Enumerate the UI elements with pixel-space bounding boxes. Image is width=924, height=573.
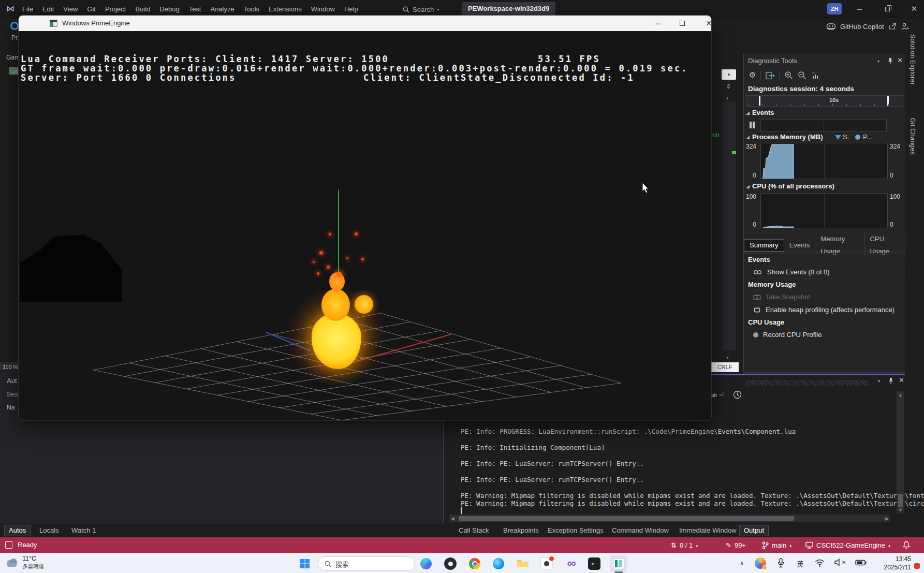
game-minimize-button[interactable]: ─ (646, 16, 670, 31)
battery-icon[interactable] (855, 560, 867, 566)
volume-muted-icon[interactable]: ✕ (834, 559, 846, 566)
game-maximize-button[interactable] (670, 16, 694, 31)
zoom-out-icon[interactable] (798, 71, 806, 80)
clock-icon[interactable] (733, 390, 742, 399)
ime-language-badge[interactable]: ZH (827, 3, 842, 14)
tab-watch-1[interactable]: Watch 1 (71, 524, 96, 537)
tab-immediate-window[interactable]: Immediate Window (679, 524, 737, 537)
game-close-button[interactable]: ✕ (697, 16, 721, 31)
diagnostics-timeline-ruler[interactable]: 10s (746, 95, 903, 107)
zoom-in-icon[interactable] (784, 71, 793, 80)
record-cpu-profile-button[interactable]: Record CPU Profile (744, 328, 905, 341)
memory-header-label: Process Memory (MB) (752, 133, 823, 141)
tab-locals[interactable]: Locals (39, 524, 59, 537)
terminal-icon[interactable]: >_ (588, 557, 600, 570)
copilot-tray-icon[interactable] (755, 557, 766, 569)
panel-close-icon[interactable]: ✕ (897, 56, 903, 64)
git-branch-picker[interactable]: main ▴ (762, 537, 791, 553)
editor-splitter-handle[interactable]: ⇕ (726, 83, 731, 90)
prime-engine-running-app-icon[interactable] (610, 555, 627, 572)
search-highlights-ball-icon[interactable] (420, 558, 432, 569)
tab-exception-settings[interactable]: Exception Settings (548, 524, 604, 537)
start-button[interactable] (298, 557, 312, 570)
share-icon[interactable] (888, 23, 897, 30)
pause-icon[interactable] (750, 122, 752, 128)
game-window-titlebar[interactable]: Windows PrimeEngine ─ ✕ (19, 16, 711, 31)
editor-dropdown-button[interactable]: ▾ (722, 69, 736, 80)
output-options-chevron-icon[interactable]: ▾ (878, 379, 880, 384)
tab-events[interactable]: Events (784, 239, 816, 252)
tab-breakpoints[interactable]: Breakpoints (503, 524, 539, 537)
scroll-up-icon[interactable]: ▲ (898, 392, 903, 398)
export-report-icon[interactable] (766, 71, 776, 80)
game-viewport[interactable]: Lua Command Receiver Ports: Client: 1417… (19, 31, 711, 420)
output-close-icon[interactable]: ✕ (899, 376, 904, 384)
tab-autos[interactable]: Autos (4, 525, 31, 536)
output-line: PE: Info: PE: LuaServer: runTCPServer() … (461, 476, 644, 483)
repository-picker[interactable]: CSCI522-GameEngine ▴ (805, 537, 890, 553)
lines-changed-indicator[interactable]: ⇅ 0 / 1 ▴ (671, 537, 698, 553)
file-explorer-icon[interactable] (517, 559, 529, 568)
microphone-icon[interactable] (778, 558, 784, 568)
scroll-down-icon[interactable]: ▼ (898, 507, 903, 512)
settings-gear-icon[interactable]: ⚙ (749, 70, 756, 80)
workspace-title[interactable]: PEWorkspace-win32d3d9 (462, 2, 555, 16)
cpu-section-header[interactable]: ◢ CPU (% of all processors) (746, 182, 834, 190)
chevron-up-icon: ▴ (888, 543, 890, 548)
copilot-label[interactable]: GitHub Copilot (840, 23, 884, 31)
sidebar-tab-git-changes[interactable]: Git Changes (909, 118, 916, 155)
reset-view-chart-icon[interactable]: ? (811, 71, 819, 79)
recorder-app-icon[interactable] (540, 557, 553, 570)
chrome-icon[interactable] (469, 558, 480, 569)
media-app-icon[interactable] (444, 557, 457, 570)
taskbar-clock[interactable]: 13:45 2025/2/11 (874, 555, 911, 571)
line-ending-indicator[interactable]: CRLF (711, 362, 739, 372)
output-vscrollbar[interactable]: ▲ ▼ (897, 391, 904, 513)
pin-icon[interactable] (888, 57, 893, 65)
taskbar: 11°C 多雲時陰 搜索 ∞ >_ (0, 553, 924, 573)
pending-edits-indicator[interactable]: ✎ 99+ (726, 537, 746, 553)
show-events-link[interactable]: Show Events (0 of 0) (744, 265, 905, 278)
feedback-person-icon[interactable] (901, 23, 909, 30)
tray-overflow-chevron[interactable]: ∧ (737, 559, 746, 568)
scrollbar-up-icon[interactable]: ▴ (726, 95, 729, 100)
tab-summary[interactable]: Summary (744, 239, 784, 252)
background-tasks-icon[interactable] (5, 541, 12, 549)
vscroll-thumb[interactable] (898, 494, 903, 507)
memory-section-header[interactable]: ◢ Process Memory (MB) (746, 133, 823, 141)
vs-search-control[interactable]: Search ▾ (403, 4, 439, 15)
tab-output[interactable]: Output (739, 525, 769, 536)
panel-options-chevron-icon[interactable]: ▾ (877, 59, 879, 64)
scroll-left-icon[interactable]: ◀ (451, 516, 454, 521)
taskbar-search-box[interactable]: 搜索 (318, 556, 415, 571)
hscroll-thumb[interactable] (459, 516, 794, 521)
visual-studio-taskbar-icon[interactable]: ∞ (564, 556, 579, 570)
scroll-right-icon[interactable]: ▶ (885, 516, 889, 521)
pin-icon[interactable] (888, 377, 893, 385)
prime-engine-window: Windows PrimeEngine ─ ✕ Lua Command Rece… (19, 16, 711, 420)
output-hscrollbar[interactable]: ◀ ▶ (449, 515, 890, 522)
tab-call-stack[interactable]: Call Stack (459, 524, 489, 537)
edge-icon[interactable] (493, 558, 504, 569)
diagnostics-tab-strip: Summary Events Memory Usage CPU Usage (744, 239, 905, 252)
taskbar-weather-widget[interactable]: 11°C 多雲時陰 (4, 555, 44, 570)
search-placeholder: 搜索 (335, 559, 349, 569)
sidebar-tab-solution-explorer[interactable]: Solution Explorer (909, 34, 916, 85)
screen: ⋈ File Edit View Git Project Build Debug… (0, 0, 924, 573)
notifications-bell-icon[interactable] (903, 541, 910, 549)
enable-heap-profiling-link[interactable]: Enable heap profiling (affects performan… (744, 303, 905, 316)
pause-icon[interactable] (753, 122, 755, 128)
events-section-header[interactable]: ◢ Events (746, 109, 774, 116)
panel-drag-grip[interactable] (745, 380, 869, 386)
wifi-icon[interactable] (815, 559, 825, 567)
scrollbar-down-icon[interactable]: ▾ (726, 355, 729, 360)
notification-alert-badge[interactable] (914, 563, 920, 569)
vs-minimize-button[interactable]: ─ (848, 0, 871, 18)
ime-mode-indicator[interactable]: 英 (795, 558, 805, 568)
editor-scrollbar[interactable] (723, 101, 736, 350)
vs-restore-button[interactable] (876, 0, 899, 18)
autos-fragment-search[interactable]: Sea (7, 391, 18, 398)
tab-command-window[interactable]: Command Window (612, 524, 669, 537)
word-wrap-toggle[interactable]: ab⏎ (711, 391, 724, 399)
vs-close-button[interactable]: ✕ (903, 0, 924, 18)
